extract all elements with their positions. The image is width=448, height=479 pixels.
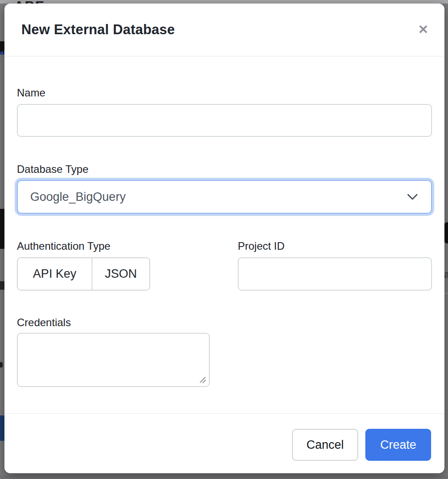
dialog-header: New External Database ✕ (4, 4, 444, 56)
database-type-selected-value: Google_BigQuery (30, 190, 126, 204)
background-page-bottom-strip (0, 475, 448, 479)
auth-project-row: Authentication Type API Key JSON Project… (17, 239, 432, 291)
name-label: Name (17, 86, 432, 100)
authentication-type-label: Authentication Type (17, 239, 238, 253)
resize-handle-icon[interactable] (198, 375, 206, 383)
cancel-button[interactable]: Cancel (292, 429, 358, 461)
dialog-title: New External Database (21, 22, 175, 38)
background-fragment (0, 415, 4, 441)
background-text-fragment: ABE (14, 0, 45, 4)
credentials-textarea[interactable] (17, 333, 210, 387)
background-fragment (0, 209, 4, 249)
project-id-input[interactable] (238, 257, 432, 291)
name-input[interactable] (17, 104, 432, 137)
project-id-label: Project ID (238, 239, 432, 253)
project-id-column: Project ID (238, 239, 432, 291)
background-page-top-strip: ABE (0, 0, 448, 4)
auth-type-api-key-button[interactable]: API Key (18, 258, 92, 290)
close-icon[interactable]: ✕ (416, 21, 431, 39)
background-fragment (0, 362, 3, 367)
auth-type-column: Authentication Type API Key JSON (17, 239, 238, 291)
chevron-down-icon (407, 194, 418, 200)
create-button[interactable]: Create (365, 429, 431, 461)
dialog-footer: Cancel Create (4, 413, 444, 473)
new-external-database-dialog: New External Database ✕ Name Database Ty… (4, 4, 444, 473)
background-fragment (0, 281, 4, 290)
background-text-fragment: a (444, 269, 448, 279)
database-type-label: Database Type (17, 163, 432, 176)
credentials-label: Credentials (17, 316, 432, 329)
database-type-select[interactable]: Google_BigQuery (17, 180, 432, 214)
background-fragment (0, 41, 4, 49)
auth-type-button-group: API Key JSON (17, 257, 150, 291)
background-divider-fragment (444, 293, 448, 294)
credentials-textarea-wrap (17, 333, 210, 387)
auth-type-json-button[interactable]: JSON (92, 258, 149, 290)
dialog-body: Name Database Type Google_BigQuery Authe… (4, 86, 444, 387)
background-link-fragment: al (0, 49, 4, 55)
